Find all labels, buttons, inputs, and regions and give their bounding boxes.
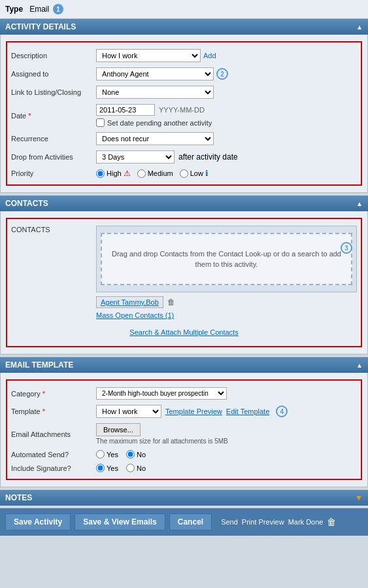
contact-tag-row: Agent Tammy,Bob 🗑	[96, 296, 357, 308]
notes-header: NOTES ▼	[0, 490, 368, 506]
description-row: Description How I work Add	[11, 46, 357, 65]
type-row: Type Email 1	[0, 0, 368, 19]
priority-low-radio[interactable]	[180, 169, 188, 178]
automated-no-option[interactable]: No	[126, 450, 146, 458]
print-preview-button[interactable]: Print Preview	[242, 518, 284, 526]
contacts-inner: Drag and drop Contacts from the Contact …	[96, 226, 357, 292]
contacts-chevron[interactable]: ▲	[356, 200, 363, 207]
priority-high-option[interactable]: High ⚠	[96, 169, 131, 178]
signature-options: Yes No	[96, 464, 357, 472]
priority-label: Priority	[11, 169, 96, 177]
automated-yes-option[interactable]: Yes	[96, 450, 118, 458]
link-label: Link to Listing/Closing	[11, 88, 96, 96]
attachments-label: Email Attachments	[11, 430, 96, 438]
priority-low-label: Low	[190, 169, 203, 177]
save-activity-button[interactable]: Save Activity	[5, 513, 71, 530]
mark-done-button[interactable]: Mark Done	[288, 518, 324, 526]
add-link[interactable]: Add	[203, 52, 216, 60]
activity-badge-2: 2	[216, 68, 228, 80]
page-wrapper: Type Email 1 ACTIVITY DETAILS ▲ Descript…	[0, 0, 368, 536]
contacts-label: CONTACTS	[11, 226, 96, 233]
activity-details-chevron[interactable]: ▲	[356, 24, 363, 31]
set-date-label: Set date pending another activity	[107, 119, 212, 127]
contact-trash-icon[interactable]: 🗑	[167, 298, 175, 307]
activity-details-title: ACTIVITY DETAILS	[5, 22, 76, 31]
activity-details-section: ACTIVITY DETAILS ▲ Description How I wor…	[0, 19, 368, 193]
notes-section: NOTES ▼	[0, 490, 368, 506]
contacts-row: CONTACTS Drag and drop Contacts from the…	[11, 223, 357, 322]
assigned-select[interactable]: Anthony Agent	[96, 67, 214, 80]
drop-row: Drop from Activities 3 Days after activi…	[11, 148, 357, 166]
signature-no-radio[interactable]	[126, 464, 135, 472]
notes-chevron[interactable]: ▼	[355, 493, 363, 502]
email-template-badge-4: 4	[276, 406, 288, 417]
send-button[interactable]: Send	[221, 518, 238, 526]
set-date-checkbox[interactable]	[96, 118, 105, 127]
search-attach-link[interactable]: Search & Attach Multiple Contacts	[11, 325, 357, 339]
link-control: None	[96, 86, 357, 99]
browse-button[interactable]: Browse...	[96, 423, 141, 436]
priority-medium-option[interactable]: Medium	[137, 169, 173, 178]
high-warning-icon: ⚠	[124, 169, 131, 178]
type-label: Type	[5, 5, 23, 14]
date-input[interactable]	[96, 104, 155, 116]
template-preview-link[interactable]: Template Preview	[165, 407, 222, 415]
drop-suffix: after activity date	[178, 152, 238, 162]
category-row: Category 2-Month high-touch buyer prospe…	[11, 385, 357, 402]
activity-details-red-box: Description How I work Add Assigned to A…	[6, 41, 362, 186]
edit-template-link[interactable]: Edit Template	[226, 407, 269, 415]
priority-row: Priority High ⚠ Medium	[11, 166, 357, 181]
drop-control: 3 Days after activity date	[96, 150, 357, 164]
save-view-emails-button[interactable]: Save & View Emails	[75, 513, 165, 530]
email-template-body: Category 2-Month high-touch buyer prospe…	[0, 373, 368, 487]
recurrence-label: Recurrence	[11, 135, 96, 143]
signature-label: Include Signature?	[11, 464, 96, 472]
assigned-control: Anthony Agent 2	[96, 67, 357, 80]
priority-low-option[interactable]: Low ℹ	[180, 169, 209, 178]
template-select[interactable]: How I work	[96, 405, 161, 418]
email-template-chevron[interactable]: ▲	[356, 362, 363, 369]
recurrence-select[interactable]: Does not recur	[96, 132, 214, 145]
mass-open-link[interactable]: Mass Open Contacts (1)	[96, 311, 174, 319]
assigned-row: Assigned to Anthony Agent 2	[11, 65, 357, 83]
description-select[interactable]: How I work	[96, 49, 201, 62]
cancel-button[interactable]: Cancel	[169, 513, 212, 530]
recurrence-control: Does not recur	[96, 132, 357, 145]
email-template-title: EMAIL TEMPLATE	[5, 360, 73, 370]
automated-no-label: No	[137, 451, 146, 458]
mass-open-row: Mass Open Contacts (1)	[96, 311, 357, 320]
contacts-header: CONTACTS ▲	[0, 196, 368, 211]
link-select[interactable]: None	[96, 86, 214, 99]
priority-high-radio[interactable]	[96, 169, 105, 178]
contacts-control: Drag and drop Contacts from the Contact …	[96, 226, 357, 320]
drop-label: Drop from Activities	[11, 153, 96, 161]
signature-no-label: No	[137, 464, 146, 472]
contacts-drop-zone[interactable]: Drag and drop Contacts from the Contact …	[101, 233, 352, 285]
automated-row: Automated Send? Yes No	[11, 447, 357, 461]
notes-title: NOTES	[5, 493, 32, 502]
recurrence-row: Recurrence Does not recur	[11, 130, 357, 148]
template-control: How I work Template Preview Edit Templat…	[96, 405, 357, 418]
date-control: YYYY-MM-DD Set date pending another acti…	[96, 104, 357, 127]
template-label: Template	[11, 407, 96, 415]
activity-details-body: Description How I work Add Assigned to A…	[0, 35, 368, 193]
signature-row: Include Signature? Yes No	[11, 461, 357, 475]
signature-no-option[interactable]: No	[126, 464, 146, 472]
category-select[interactable]: 2-Month high-touch buyer prospectin	[96, 387, 227, 400]
date-hint: YYYY-MM-DD	[159, 106, 205, 114]
automated-yes-radio[interactable]	[96, 450, 105, 458]
signature-yes-radio[interactable]	[96, 464, 105, 472]
priority-medium-radio[interactable]	[137, 169, 146, 178]
drop-select[interactable]: 3 Days	[96, 150, 175, 164]
contacts-body: CONTACTS Drag and drop Contacts from the…	[0, 211, 368, 355]
signature-yes-option[interactable]: Yes	[96, 464, 118, 472]
contacts-title: CONTACTS	[5, 199, 48, 208]
category-control: 2-Month high-touch buyer prospectin	[96, 387, 357, 400]
type-value: Email	[29, 5, 49, 14]
type-badge: 1	[53, 4, 63, 14]
automated-label: Automated Send?	[11, 451, 96, 458]
priority-medium-label: Medium	[148, 169, 173, 177]
automated-no-radio[interactable]	[126, 450, 135, 458]
contact-tag[interactable]: Agent Tammy,Bob	[96, 296, 163, 308]
bottom-trash-button[interactable]: 🗑	[327, 517, 336, 527]
